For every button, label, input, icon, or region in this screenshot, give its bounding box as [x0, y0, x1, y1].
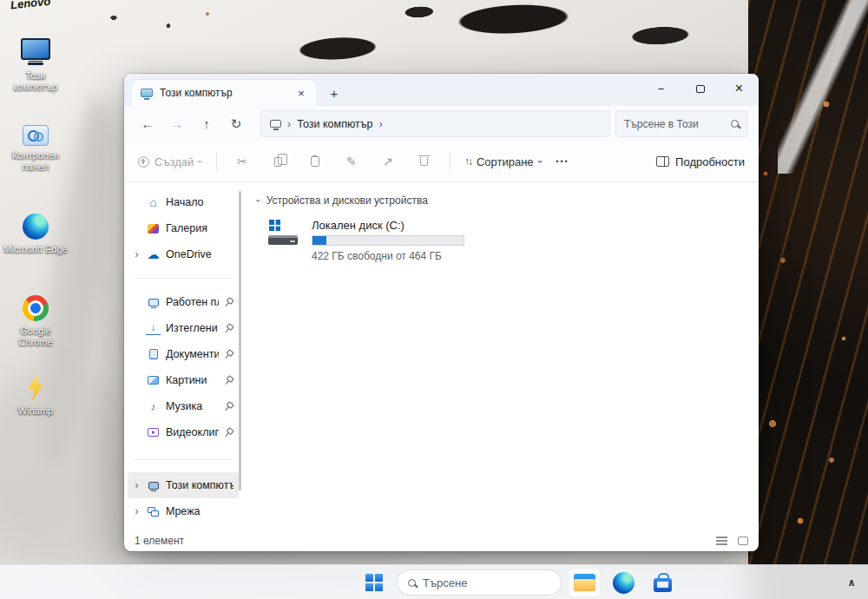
file-explorer-window: Този компютър × + − × ← → ↑ ↻ › Този ком…: [124, 74, 759, 551]
maximize-button[interactable]: [681, 74, 720, 103]
taskbar-search-box[interactable]: [397, 569, 562, 596]
navigation-pane: ⌂ Начало Галерия › ☁ OneDrive Раб: [124, 182, 242, 530]
desktop-icon-control-panel[interactable]: Контролен панел: [3, 125, 68, 173]
pin-icon: [222, 321, 235, 334]
tab-title: Този компютър: [160, 87, 286, 99]
expand-chevron-icon[interactable]: ›: [133, 505, 141, 517]
more-options-button[interactable]: •••: [556, 157, 569, 166]
gallery-icon: [146, 221, 161, 235]
details-view-button[interactable]: [716, 536, 727, 545]
new-plus-icon: [138, 156, 149, 168]
desktop-icon-label: Microsoft Edge: [3, 244, 68, 255]
this-pc-icon: [146, 478, 161, 492]
breadcrumb[interactable]: Този компютър: [297, 118, 372, 130]
share-button[interactable]: ↗: [377, 150, 399, 173]
sidebar-item-downloads[interactable]: ↓ Изтеглени фа: [128, 315, 239, 341]
new-tab-button[interactable]: +: [323, 82, 345, 104]
search-input[interactable]: [624, 118, 726, 130]
music-icon: ♪: [146, 399, 161, 413]
sidebar-item-this-pc[interactable]: › Този компютър: [128, 472, 239, 498]
desktop-icon-edge[interactable]: Microsoft Edge: [3, 214, 68, 255]
desktop-icon-label: Този компютър: [3, 70, 68, 93]
store-icon: [654, 578, 672, 592]
rename-button[interactable]: ✎: [340, 150, 363, 173]
breadcrumb-chevron-icon[interactable]: ›: [379, 117, 383, 130]
onedrive-icon: ☁: [146, 247, 161, 261]
refresh-button[interactable]: ↻: [224, 112, 248, 136]
taskbar-file-explorer-button[interactable]: [568, 568, 601, 597]
close-button[interactable]: ×: [720, 74, 759, 103]
sidebar-item-onedrive[interactable]: › ☁ OneDrive: [128, 241, 239, 267]
command-bar: Създай › ✂ ✎ ↗ ↑↓ Сортиране › ••• Подроб…: [124, 142, 759, 181]
minimize-button[interactable]: −: [641, 74, 681, 103]
tray-show-hidden-icons-button[interactable]: ∧: [847, 565, 856, 599]
group-header-label: Устройства и дискови устройства: [266, 194, 428, 207]
paste-button[interactable]: [304, 150, 326, 173]
expand-chevron-icon[interactable]: ›: [133, 248, 141, 260]
hdd-icon: [268, 235, 298, 245]
chevron-down-icon: ›: [535, 160, 545, 163]
start-button[interactable]: [358, 568, 391, 597]
maximize-icon: [696, 85, 705, 93]
taskbar-search-input[interactable]: [423, 576, 550, 589]
details-label: Подробности: [675, 155, 745, 168]
drive-icon: [266, 219, 303, 250]
sidebar-item-label: Работен пло: [166, 296, 219, 308]
home-icon: ⌂: [146, 195, 161, 209]
windows-start-icon: [365, 574, 383, 591]
pin-icon: [222, 347, 235, 360]
taskbar-store-button[interactable]: [646, 568, 679, 597]
search-box[interactable]: [615, 110, 747, 137]
details-pane-button[interactable]: Подробности: [656, 155, 745, 168]
downloads-icon: ↓: [146, 321, 161, 335]
forward-button[interactable]: →: [165, 112, 189, 136]
divider: [216, 152, 217, 171]
divider: [450, 152, 450, 171]
edge-icon: [613, 572, 635, 594]
new-button[interactable]: Създай ›: [138, 155, 202, 168]
sidebar-item-network[interactable]: › Мрежа: [128, 498, 239, 524]
sidebar-item-label: Този компютър: [166, 479, 233, 491]
sidebar-item-label: Изтеглени фа: [166, 322, 219, 334]
tab-close-icon[interactable]: ×: [293, 85, 309, 101]
address-row: ← → ↑ ↻ › Този компютър ›: [124, 106, 759, 142]
pin-icon: [222, 373, 235, 386]
sidebar-item-home[interactable]: ⌂ Начало: [128, 189, 239, 215]
desktop-icon-chrome[interactable]: Google Chrome: [3, 295, 68, 348]
sidebar-item-music[interactable]: ♪ Музика: [128, 393, 239, 419]
copy-icon: [274, 157, 282, 167]
sidebar-item-desktop[interactable]: Работен пло: [128, 289, 239, 315]
sidebar-item-videos[interactable]: Видеоклипов: [128, 419, 239, 445]
winamp-icon: [24, 373, 47, 401]
sidebar-item-documents[interactable]: Документи: [128, 341, 239, 367]
sidebar-scrollbar[interactable]: [239, 191, 241, 490]
sidebar-item-label: Мрежа: [166, 505, 233, 517]
desktop-icon-label: Контролен панел: [3, 150, 68, 173]
documents-icon: [146, 347, 161, 361]
this-pc-icon: [21, 38, 50, 60]
address-bar[interactable]: › Този компютър ›: [260, 110, 610, 137]
cut-button[interactable]: ✂: [231, 150, 253, 173]
expand-chevron-icon[interactable]: ›: [133, 479, 141, 491]
desktop-icon-this-pc[interactable]: Този компютър: [3, 38, 68, 93]
taskbar-edge-button[interactable]: [607, 568, 640, 597]
chrome-icon: [23, 295, 49, 321]
copy-button[interactable]: [267, 150, 290, 173]
sort-label: Сортиране: [477, 155, 534, 168]
sidebar-item-pictures[interactable]: Картини: [128, 367, 239, 393]
back-button[interactable]: ←: [135, 112, 160, 136]
group-header-devices[interactable]: › Устройства и дискови устройства: [257, 194, 745, 207]
delete-button[interactable]: [413, 150, 436, 173]
desktop-icon-winamp[interactable]: Winamp: [3, 373, 68, 417]
divider: [135, 459, 232, 460]
file-explorer-icon: [574, 574, 595, 591]
up-button[interactable]: ↑: [194, 112, 219, 136]
sort-button[interactable]: ↑↓ Сортиране ›: [464, 155, 542, 168]
this-pc-icon: [270, 120, 281, 128]
tab-this-pc[interactable]: Този компютър ×: [132, 80, 316, 106]
sidebar-item-gallery[interactable]: Галерия: [128, 215, 239, 241]
large-icons-view-button[interactable]: [738, 536, 748, 545]
sidebar-item-label: Видеоклипов: [166, 426, 219, 438]
drive-item-c[interactable]: Локален диск (C:) 422 ГБ свободни от 464…: [266, 219, 475, 262]
desktop-icon-label: Winamp: [3, 405, 68, 417]
